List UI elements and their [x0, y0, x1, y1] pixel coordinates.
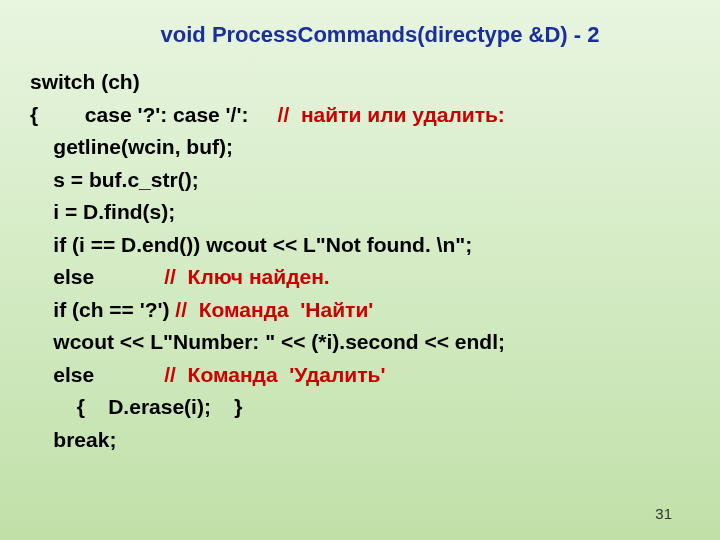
code-line: switch (ch) [30, 66, 690, 99]
code-segment: i = D.find(s); [53, 200, 175, 223]
code-segment: // Команда 'Найти' [175, 298, 373, 321]
code-line: getline(wcin, buf); [30, 131, 690, 164]
code-segment: if (ch == '?') [53, 298, 175, 321]
code-segment: if (i == D.end()) wcout << L"Not found. … [53, 233, 472, 256]
code-segment: // Команда 'Удалить' [164, 363, 385, 386]
code-segment: break; [53, 428, 116, 451]
code-line: if (i == D.end()) wcout << L"Not found. … [30, 229, 690, 262]
code-segment: else [53, 363, 164, 386]
code-segment: switch (ch) [30, 70, 140, 93]
code-segment: s = buf.c_str(); [53, 168, 198, 191]
code-block: switch (ch){ case '?': case '/': // найт… [30, 66, 690, 457]
code-line: break; [30, 424, 690, 457]
code-segment: { D.erase(i); } [77, 395, 243, 418]
code-line: { case '?': case '/': // найти или удали… [30, 99, 690, 132]
page-number: 31 [655, 505, 672, 522]
code-segment: { case '?': case '/': [30, 103, 278, 126]
code-line: s = buf.c_str(); [30, 164, 690, 197]
code-segment: // Ключ найден. [164, 265, 329, 288]
code-line: if (ch == '?') // Команда 'Найти' [30, 294, 690, 327]
code-line: wcout << L"Number: " << (*i).second << e… [30, 326, 690, 359]
code-line: else // Команда 'Удалить' [30, 359, 690, 392]
code-line: else // Ключ найден. [30, 261, 690, 294]
slide-title: void ProcessCommands(directype &D) - 2 [30, 22, 690, 48]
code-segment: getline(wcin, buf); [53, 135, 233, 158]
code-segment: // найти или удалить: [278, 103, 505, 126]
code-segment: else [53, 265, 164, 288]
code-segment: wcout << L"Number: " << (*i).second << e… [53, 330, 505, 353]
code-line: { D.erase(i); } [30, 391, 690, 424]
code-line: i = D.find(s); [30, 196, 690, 229]
